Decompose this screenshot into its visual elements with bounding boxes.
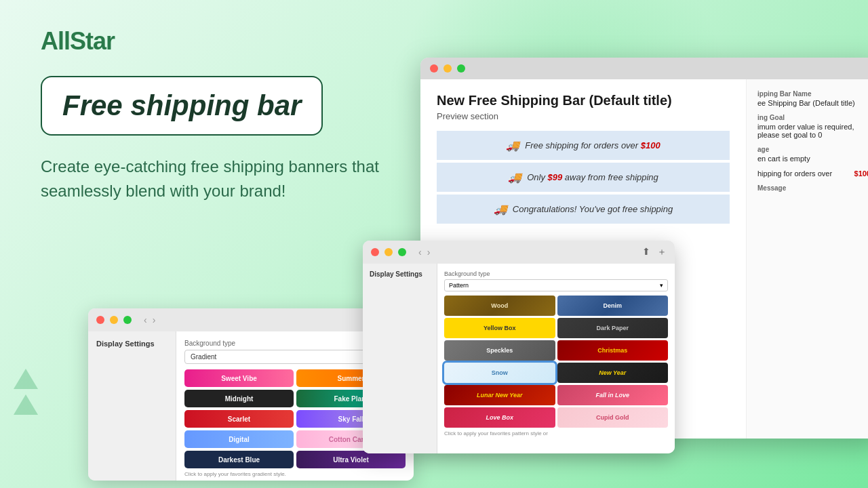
- app-right-panel: ipping Bar Name ee Shipping Bar (Default…: [746, 79, 868, 439]
- decorative-triangles: [14, 369, 38, 420]
- message-label: age: [757, 146, 868, 153]
- pattern-lunar-new-year[interactable]: Lunar New Year: [444, 385, 555, 405]
- pattern-snow[interactable]: Snow: [444, 363, 555, 383]
- price-highlight-1: $100: [641, 140, 660, 150]
- pattern-love-box[interactable]: Love Box: [444, 407, 555, 428]
- nav-back[interactable]: ‹: [144, 314, 147, 325]
- small-dropdown-value: Gradient: [191, 353, 216, 361]
- small-dot-green[interactable]: [123, 316, 132, 324]
- title-box: Free shipping bar: [41, 76, 323, 136]
- medium-add-tab-icon[interactable]: ＋: [657, 246, 667, 258]
- shipping-goal-label: ing Goal: [757, 114, 868, 121]
- message-cart-empty: en cart is empty: [757, 155, 868, 163]
- gradient-sweet-vibe[interactable]: Sweet Vibe: [184, 369, 294, 387]
- pattern-denim[interactable]: Denim: [557, 296, 669, 316]
- truck-icon-1: 🚚: [506, 139, 519, 152]
- shipping-threshold-label: hipping for orders over: [757, 169, 832, 178]
- hero-description: Create eye-catching free shipping banner…: [41, 155, 420, 203]
- nav-forward[interactable]: ›: [153, 314, 156, 325]
- small-dot-yellow[interactable]: [110, 316, 118, 324]
- small-sidebar-label: Display Settings: [96, 340, 167, 348]
- gradient-scarlet[interactable]: Scarlet: [184, 410, 294, 428]
- pattern-fall-in-love[interactable]: Fall in Love: [557, 385, 669, 405]
- gradient-darkest-blue[interactable]: Darkest Blue: [184, 451, 294, 468]
- pattern-yellow-box[interactable]: Yellow Box: [444, 318, 555, 338]
- shipping-bar-name-value: ee Shipping Bar (Default title): [757, 99, 868, 107]
- shipping-threshold-value: $100: [854, 169, 868, 178]
- small-sidebar: Display Settings: [88, 331, 176, 481]
- browser-nav: ‹ ›: [144, 314, 155, 325]
- medium-dropdown-arrow: ▾: [660, 282, 663, 289]
- triangle-1: [14, 369, 38, 389]
- pattern-new-year[interactable]: New Year: [557, 363, 669, 383]
- medium-share-icon[interactable]: ⬆: [642, 246, 650, 258]
- pattern-cupid-gold[interactable]: Cupid Gold: [557, 407, 669, 428]
- medium-dot-green[interactable]: [398, 248, 406, 256]
- preview-bar-3: 🚚 Congratulations! You've got free shipp…: [437, 195, 730, 224]
- preview-bar-1: 🚚 Free shipping for orders over $100: [437, 131, 730, 160]
- truck-icon-3: 🚚: [494, 203, 507, 216]
- preview-bar-2: 🚚 Only $99 away from free shipping: [437, 163, 730, 192]
- logo: AllStar: [41, 27, 420, 56]
- preview-bar-2-text: Only $99 away from free shipping: [527, 172, 658, 182]
- truck-icon-2: 🚚: [508, 171, 521, 184]
- browser-medium: ‹ › ⬆ ＋ Display Settings Background type…: [363, 241, 675, 453]
- shipping-bar-name-label: ipping Bar Name: [757, 90, 868, 98]
- browser-large-titlebar: [420, 58, 868, 79]
- logo-text: AllStar: [41, 27, 115, 56]
- preview-section-label: Preview section: [437, 111, 730, 121]
- medium-dot-yellow[interactable]: [384, 248, 393, 256]
- preview-bar-3-text: Congratulations! You've got free shippin…: [513, 204, 673, 214]
- price-highlight-2: $99: [548, 172, 563, 182]
- pattern-grid: Wood Denim Yellow Box Dark Paper Speckle…: [444, 296, 668, 428]
- medium-nav-back[interactable]: ‹: [418, 247, 422, 258]
- medium-browser-nav: ‹ ›: [418, 247, 430, 258]
- medium-sidebar-label: Display Settings: [370, 270, 430, 278]
- page-title: Free shipping bar: [62, 89, 301, 122]
- message2-label: Message: [757, 184, 868, 192]
- triangle-2: [14, 394, 38, 415]
- pattern-wood[interactable]: Wood: [444, 296, 555, 316]
- pattern-christmas[interactable]: Christmas: [557, 340, 669, 361]
- medium-nav-forward[interactable]: ›: [427, 247, 431, 258]
- dot-yellow[interactable]: [443, 64, 452, 73]
- gradient-digital[interactable]: Digital: [184, 430, 294, 448]
- small-click-hint: Click to apply your favorites gradient s…: [184, 471, 406, 477]
- preview-bar-1-text: Free shipping for orders over $100: [525, 140, 660, 150]
- medium-pattern-dropdown[interactable]: Pattern ▾: [444, 279, 668, 291]
- shipping-threshold-row: hipping for orders over $100: [757, 169, 868, 178]
- medium-bg-type-label: Background type: [444, 270, 668, 277]
- shipping-goal-note: imum order value is required, please set…: [757, 123, 868, 139]
- browser-medium-titlebar: ‹ › ⬆ ＋: [363, 241, 675, 264]
- app-window-title: New Free Shipping Bar (Default title): [437, 93, 730, 108]
- medium-browser-actions: ⬆ ＋: [642, 246, 667, 258]
- left-panel: AllStar Free shipping bar Create eye-cat…: [41, 27, 420, 224]
- medium-click-hint: Click to apply your favorites pattern st…: [444, 430, 668, 436]
- dot-red[interactable]: [430, 64, 438, 73]
- dot-green[interactable]: [457, 64, 465, 73]
- pattern-dark-paper[interactable]: Dark Paper: [557, 318, 669, 338]
- medium-main-panel: Background type Pattern ▾ Wood Denim Yel…: [437, 264, 675, 453]
- browser-medium-content: Display Settings Background type Pattern…: [363, 264, 675, 453]
- medium-dot-red[interactable]: [371, 248, 379, 256]
- medium-sidebar: Display Settings: [363, 264, 437, 453]
- gradient-midnight[interactable]: Midnight: [184, 390, 294, 407]
- pattern-speckles[interactable]: Speckles: [444, 340, 555, 361]
- medium-dropdown-value: Pattern: [449, 282, 469, 289]
- small-dot-red[interactable]: [96, 316, 104, 324]
